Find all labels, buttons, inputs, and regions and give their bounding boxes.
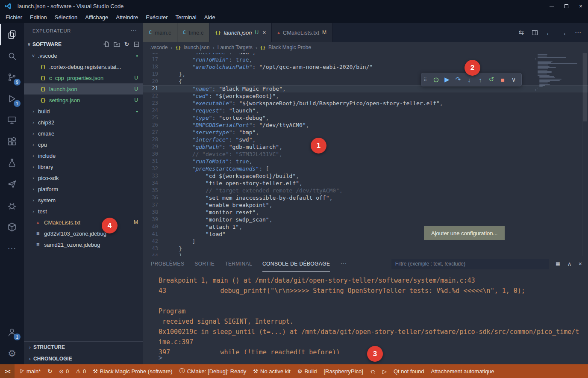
debug-console-prompt[interactable]: > — [143, 354, 588, 364]
status-auto-attach[interactable]: Attachement automatique — [427, 364, 497, 378]
status-errors[interactable]: ⊘0 — [56, 364, 72, 378]
tree-item-chip32[interactable]: ›chip32 — [24, 117, 143, 128]
activity-extension-plane[interactable] — [0, 174, 24, 195]
tree-item-.vscode[interactable]: ∨.vscode● — [24, 50, 143, 61]
status-cmake-status[interactable]: ⓘCMake: [Debug]: Ready — [176, 364, 250, 378]
code-line-25[interactable]: 25 "type": "cortex-debug", — [143, 114, 588, 121]
code-line-30[interactable]: 30 // "device": "STM32L431VC", — [143, 151, 588, 158]
tree-item-.cortex-debug.registers.stat...[interactable]: {}.cortex-debug.registers.stat... — [24, 61, 143, 72]
section-outline[interactable]: › STRUCTURE — [24, 341, 143, 353]
menu-exécuter[interactable]: Exécuter — [142, 13, 171, 22]
step-over-button[interactable]: ↷ — [453, 76, 464, 83]
code-editor[interactable]: 16 "interface": "swd",17 "runToMain": tr… — [143, 53, 588, 256]
code-line-29[interactable]: 29 "gdbPath": "gdb-multiarch", — [143, 143, 588, 151]
tree-item-settings.json[interactable]: {}settings.jsonU — [24, 94, 143, 106]
activity-explorer[interactable] — [0, 24, 24, 45]
tab-CMakeLists.txt[interactable]: ▲CMakeLists.txtM — [272, 23, 332, 42]
step-out-button[interactable]: ↑ — [475, 76, 486, 83]
back-icon[interactable]: ← — [546, 29, 552, 36]
minimap[interactable] — [533, 54, 581, 92]
debug-filter-input[interactable] — [391, 259, 549, 269]
code-line-18[interactable]: 18 "armToolchainPath": "/opt/gcc-arm-non… — [143, 63, 588, 71]
code-line-23[interactable]: 23 "executable": "${workspaceRoot}/build… — [143, 100, 588, 107]
status-cmake-target[interactable]: [RaspberryPico] — [320, 364, 366, 378]
tree-item-include[interactable]: ›include — [24, 150, 143, 161]
tree-item-launch.json[interactable]: {}launch.jsonU — [24, 83, 143, 94]
activity-settings[interactable]: ⚙ — [0, 343, 24, 364]
panel-tab-sortie[interactable]: SORTIE — [194, 256, 215, 272]
menu-aide[interactable]: Aide — [200, 13, 219, 22]
menu-terminal[interactable]: Terminal — [172, 13, 200, 22]
code-line-16[interactable]: 16 "interface": "swd", — [143, 53, 588, 56]
tree-item-platform[interactable]: ›platform — [24, 183, 143, 195]
tab-launch.json[interactable]: {}launch.jsonU× — [209, 23, 272, 42]
activity-source-control[interactable]: 9 — [0, 67, 24, 88]
more-actions-icon[interactable]: ⋯ — [575, 29, 581, 36]
status-cmake-debug[interactable] — [367, 364, 379, 378]
activity-remote-explorer[interactable] — [0, 109, 24, 131]
breadcrumb-item[interactable]: Launch Targets — [218, 44, 253, 50]
tree-item-test[interactable]: ›test — [24, 206, 143, 217]
add-configuration-button[interactable]: Ajouter une configuration... — [424, 226, 505, 240]
activity-account[interactable]: 1 — [0, 322, 24, 343]
code-line-28[interactable]: 28 "interface": "swd", — [143, 136, 588, 143]
menu-atteindre[interactable]: Atteindre — [112, 13, 142, 22]
status-remote-indicator[interactable]: >< — [0, 364, 15, 378]
tree-item-cmake[interactable]: ›cmake — [24, 128, 143, 139]
activity-search[interactable] — [0, 45, 24, 67]
close-button[interactable]: × — [573, 0, 588, 12]
menu-edition[interactable]: Edition — [26, 13, 51, 22]
activity-extension-package[interactable] — [0, 216, 24, 238]
code-line-39[interactable]: 39 "monitor swdp_scan", — [143, 216, 588, 223]
debug-console-output[interactable]: Breakpoint 1, main () at /mnt/data/git/o… — [143, 272, 588, 354]
tree-item-c_cpp_properties.json[interactable]: {}c_cpp_properties.jsonU — [24, 72, 143, 83]
section-timeline[interactable]: › CHRONOLOGIE — [24, 353, 143, 364]
more-dropdown[interactable]: ∨ — [508, 76, 519, 83]
power-button[interactable] — [430, 77, 441, 83]
code-line-44[interactable]: 44 ] — [143, 252, 588, 256]
status-qt-status[interactable]: Qt not found — [390, 364, 428, 378]
new-file-icon[interactable] — [103, 41, 109, 47]
panel-more-icon[interactable]: ⋯ — [340, 260, 347, 268]
breadcrumb-item[interactable]: launch.json — [184, 44, 210, 50]
code-line-24[interactable]: 24 "request": "launch", — [143, 107, 588, 114]
compare-icon[interactable]: ⇆ — [518, 29, 524, 36]
code-line-38[interactable]: 38 "monitor reset", — [143, 209, 588, 216]
code-line-36[interactable]: 36 "set mem inaccessible-by-default off"… — [143, 194, 588, 201]
drag-handle-icon[interactable]: ⠿ — [423, 77, 430, 83]
restart-button[interactable]: ↺ — [486, 76, 497, 83]
tree-item-library[interactable]: ›library — [24, 161, 143, 172]
code-line-33[interactable]: 33 "cd ${workspaceRoot}/build", — [143, 172, 588, 180]
code-line-27[interactable]: 27 "servertype": "bmp", — [143, 129, 588, 136]
status-git-branch[interactable]: main* — [16, 364, 44, 378]
activity-extension-bug[interactable] — [0, 195, 24, 216]
minimize-button[interactable] — [544, 0, 559, 12]
tree-item-cpu[interactable]: ›cpu — [24, 139, 143, 150]
status-cmake-build[interactable]: ⚙Build — [294, 364, 320, 378]
code-line-32[interactable]: 32 "preRestartCommands": [ — [143, 165, 588, 172]
status-cmake-run[interactable]: ▷ — [379, 364, 390, 378]
code-line-21[interactable]: 21 "name": "Black Magic Probe", — [143, 85, 588, 92]
code-line-37[interactable]: 37 "enable breakpoint", — [143, 201, 588, 209]
tab-time.c[interactable]: Ctime.c — [177, 23, 210, 42]
close-tab-icon[interactable]: × — [262, 29, 266, 36]
menu-sélection[interactable]: Sélection — [51, 13, 81, 22]
stop-button[interactable]: ■ — [497, 76, 508, 83]
close-icon[interactable]: × — [579, 260, 582, 267]
breadcrumb-item[interactable]: Black Magic Probe — [268, 44, 311, 50]
activity-extensions[interactable] — [0, 131, 24, 152]
code-line-40[interactable]: 40 "attach 1", — [143, 223, 588, 230]
forward-icon[interactable]: → — [560, 29, 567, 36]
code-line-34[interactable]: 34 "file open-story-teller.elf", — [143, 180, 588, 187]
new-folder-icon[interactable] — [114, 41, 120, 47]
panel-tab-console de débogage[interactable]: CONSOLE DE DÉBOGAGE — [262, 256, 330, 272]
status-warnings[interactable]: ⚠0 — [72, 364, 89, 378]
filter-lines-icon[interactable]: ≣ — [556, 260, 561, 267]
maximize-button[interactable] — [559, 0, 573, 12]
code-line-26[interactable]: 26 "BMPGDBSerialPort": "/dev/ttyACM0", — [143, 121, 588, 129]
tree-item-system[interactable]: ›system — [24, 195, 143, 206]
continue-button[interactable]: ▶ — [441, 76, 453, 83]
code-line-22[interactable]: 22 "cwd": "${workspaceRoot}", — [143, 92, 588, 100]
status-cmake-kit[interactable]: ⚒No active kit — [250, 364, 294, 378]
menu-affichage[interactable]: Affichage — [81, 13, 112, 22]
